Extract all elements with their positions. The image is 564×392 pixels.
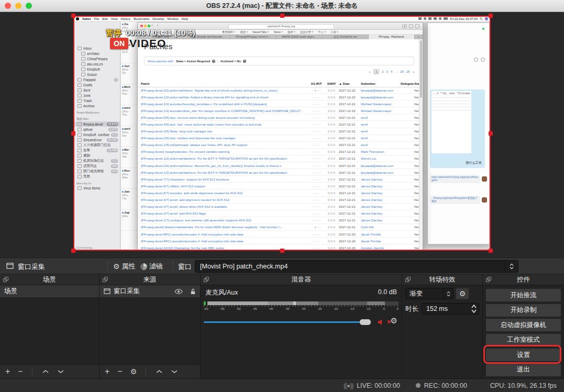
safari-tab[interactable]: FFmpeg - Patchwork [369,35,415,39]
menu-item[interactable]: View [111,17,118,20]
patch-row[interactable]: [FFmpeg-devel,1/5] w32pthreads: always u… [138,142,419,149]
exit-button[interactable]: 退出 [486,364,561,376]
resize-handle[interactable] [489,14,493,18]
mail-list-item[interactable]: Mar[FFmvide [121,147,137,168]
bookmark-item[interactable]: 北京大学 ˅ [300,30,313,34]
column-header[interactable]: ▲ Date [339,82,361,85]
filter-link[interactable]: Show patches with: [148,60,174,63]
spinner-arrows-icon[interactable] [471,304,477,313]
address-bar[interactable]: patchwork.ffmpeg.org [228,24,334,29]
mail-list-item[interactable]: Nico[FFmWha [121,168,137,189]
captured-source[interactable]: SafariFileEditViewHistoryBookmarksDevelo… [73,16,491,251]
mail-folder[interactable]: Archive [73,103,120,108]
patch-row[interactable]: [FFmpeg-devel,2/5] lavc: replace and dep… [138,135,419,142]
column-header[interactable]: Submitter [361,82,401,85]
mail-folder[interactable]: 运营日志266 [73,163,120,169]
mail-folder[interactable]: 威胁 [73,153,120,158]
patch-row[interactable]: [FFmpeg-devel,5/5] lavc: remove weird de… [138,114,419,121]
lock-icon[interactable] [190,288,196,295]
page-link[interactable]: 25 [400,70,404,73]
mail-list-item[interactable]: wm4[FFmUse [121,126,137,147]
mute-speaker-icon[interactable] [378,319,384,326]
patch-row[interactable]: [FFmpeg-devel,1/7] configure: test wheth… [138,217,419,224]
safari-tab[interactable]: FFmpeg/FFmpeg: mirror o... [230,35,276,39]
mail-folder[interactable]: ChinaFfmpeg [73,56,120,61]
remove-scene-button[interactable]: − [18,367,23,376]
mail-list-item[interactable]: Jam[FFmI ha [121,189,137,210]
patch-row[interactable]: [FFmpeg-devel,7/7] checkasm: support for… [138,176,419,183]
resize-handle[interactable] [489,131,493,136]
patch-row[interactable]: [FFmpeg-devel,1/2] avformat/dashenc: Fix… [138,169,419,176]
studio-mode-button[interactable]: 工作室模式 [486,334,561,346]
share-icon[interactable] [409,24,413,28]
patch-row[interactable]: [FFmpeg-devel,2/2] avcodec/hevcdsp_templ… [138,100,419,107]
column-header[interactable]: Delegate [401,82,414,85]
resize-handle[interactable] [280,14,284,18]
move-source-down-button[interactable] [171,369,178,374]
column-header[interactable]: A/L/R/T [308,82,324,85]
menu-item[interactable]: Develop [152,17,164,20]
page-link[interactable]: 4 [391,70,392,73]
visibility-eye-icon[interactable] [174,289,183,294]
source-properties-gear-icon[interactable]: ⚙ [130,368,137,375]
filters-button[interactable]: 滤镜 [140,262,163,271]
remove-source-button[interactable]: − [117,367,122,376]
page-link[interactable]: 2 [382,70,383,73]
duration-spinner[interactable]: 152 ms [422,303,479,315]
safari-window[interactable]: ‹ › patchwork.ffmpeg.org 0 果壳SDK ˅语言 ˅Sa… [137,22,423,251]
mail-list-item[interactable]: Jegi[FFm... [121,210,137,231]
bookmark-item[interactable]: 技术 ˅ [287,30,295,34]
mail-folder[interactable]: ffmpeg-devel15,873 [73,121,120,127]
menu-item[interactable]: Bookmarks [134,17,149,20]
patch-row[interactable]: [FFmpeg-devel,5/7] avcodec: add stride a… [138,189,419,196]
patch-row[interactable]: [FFmpeg-devel,RFC] avcodec/avcodec.h: Ad… [138,238,419,244]
safari-traffic-lights[interactable] [140,25,150,27]
settings-button[interactable]: 设置 [486,349,561,361]
resize-handle[interactable] [280,249,284,253]
source-item[interactable]: 窗口采集 [99,285,200,297]
patch-row[interactable]: [FFmpeg-devel,10/10] Changelog: list the… [138,244,419,251]
page-link[interactable]: 3 [386,70,388,73]
page-link[interactable]: ... [395,70,397,73]
patch-row[interactable]: [FFmpeg-devel,2/2] avformat/hlsenc: Move… [138,162,419,169]
close-button[interactable] [5,3,11,9]
bookmark-item[interactable]: 语言 ˅ [240,30,248,34]
mail-folder[interactable]: pku.org.cn [73,61,120,66]
menu-item[interactable]: File [94,17,99,20]
popout-icon[interactable] [204,277,209,282]
patch-row[interactable]: [FFmpeg-devel,4/7] avutil: add alignment… [138,197,419,204]
add-scene-button[interactable]: + [5,367,10,376]
move-source-up-button[interactable] [156,369,163,374]
bookmark-item[interactable]: 果壳SDK ˅ [222,30,236,34]
mail-list-item[interactable]: Mich[FFmFixe [121,84,137,105]
transition-select[interactable]: 渐变 [405,288,454,299]
chat-window[interactable]: ...t **pb, char *filename 用什么工具 https://… [427,23,490,244]
mail-folder[interactable]: 页面 [73,174,120,179]
mail-folder[interactable]: Junk [73,93,120,98]
chat-link[interactable]: ...ffmpeg.org/project/ffmpeg/list/ 要是能下载… [430,196,480,204]
volume-slider-handle[interactable] [360,319,371,325]
resize-handle[interactable] [71,131,75,136]
mail-folder[interactable]: StreamError26,787 [73,137,120,142]
page-link[interactable]: 1 [373,69,379,74]
scene-item[interactable]: 场景 [0,285,99,297]
mail-folder[interactable]: 人力资源部门信息 [73,142,120,148]
patch-row[interactable]: [FFmpeg-devel,3/7] avutil: detect when A… [138,204,419,210]
virtual-camera-button[interactable]: 启动虚拟摄像机 [486,319,561,331]
start-recording-button[interactable]: 开始录制 [486,304,561,317]
mail-folder[interactable]: Sent [73,87,120,93]
safari-tab[interactable]: #6978 (DASH audio segm... [277,35,323,39]
resize-handle[interactable] [71,14,75,18]
patch-row[interactable]: [FFmpeg-devel] mpeg4videodec: Fix unused… [138,149,419,155]
menu-item[interactable]: Edit [102,17,107,20]
mixer-gear-icon[interactable]: ⚙ [391,317,397,325]
add-person-icon[interactable] [481,58,485,62]
patch-row[interactable]: [FFmpeg-devel,4/5] lavc, lavf: move avfo… [138,121,419,128]
resize-handle[interactable] [71,249,75,253]
mail-folder[interactable]: 告警16,495 [73,148,120,153]
start-streaming-button[interactable]: 开始推流 [486,289,561,301]
move-scene-down-button[interactable] [57,369,64,374]
resize-handle[interactable] [489,249,493,253]
mail-folder[interactable]: KingSoft [73,66,120,72]
column-header[interactable]: Patch [138,82,308,85]
